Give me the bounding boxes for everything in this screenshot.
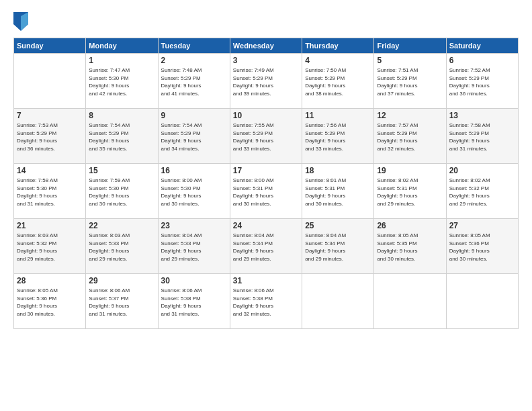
table-row: 12Sunrise: 7:57 AMSunset: 5:29 PMDayligh… [374,109,446,164]
day-info: Sunrise: 7:58 AMSunset: 5:29 PMDaylight:… [449,122,515,152]
day-info: Sunrise: 7:48 AMSunset: 5:29 PMDaylight:… [161,66,227,97]
day-number: 29 [89,276,154,285]
calendar-week-3: 21Sunrise: 8:03 AMSunset: 5:32 PMDayligh… [14,219,519,274]
day-number: 21 [17,221,83,230]
day-info: Sunrise: 7:55 AMSunset: 5:29 PMDaylight:… [233,122,299,152]
day-info: Sunrise: 7:54 AMSunset: 5:29 PMDaylight:… [161,122,227,152]
day-number: 2 [161,56,227,65]
day-number: 14 [17,166,83,175]
table-row: 14Sunrise: 7:58 AMSunset: 5:30 PMDayligh… [14,164,86,219]
day-number: 17 [233,166,299,175]
day-number: 8 [89,111,154,120]
table-row: 9Sunrise: 7:54 AMSunset: 5:29 PMDaylight… [158,109,230,164]
table-row: 15Sunrise: 7:59 AMSunset: 5:30 PMDayligh… [86,164,158,219]
table-row: 8Sunrise: 7:54 AMSunset: 5:29 PMDaylight… [86,109,158,164]
day-number: 16 [161,166,227,175]
day-info: Sunrise: 8:05 AMSunset: 5:36 PMDaylight:… [17,287,83,318]
table-row: 19Sunrise: 8:02 AMSunset: 5:31 PMDayligh… [374,164,446,219]
table-row: 21Sunrise: 8:03 AMSunset: 5:32 PMDayligh… [14,219,86,274]
day-info: Sunrise: 8:04 AMSunset: 5:33 PMDaylight:… [161,232,227,263]
table-row: 5Sunrise: 7:51 AMSunset: 5:29 PMDaylight… [374,54,446,109]
table-row: 22Sunrise: 8:03 AMSunset: 5:33 PMDayligh… [86,219,158,274]
day-info: Sunrise: 8:03 AMSunset: 5:33 PMDaylight:… [89,232,154,263]
weekday-header-row: SundayMondayTuesdayWednesdayThursdayFrid… [14,38,519,54]
calendar-week-1: 7Sunrise: 7:53 AMSunset: 5:29 PMDaylight… [14,109,519,164]
day-number: 15 [89,166,154,175]
day-info: Sunrise: 7:53 AMSunset: 5:29 PMDaylight:… [17,122,83,152]
calendar-week-4: 28Sunrise: 8:05 AMSunset: 5:36 PMDayligh… [14,274,519,329]
day-number: 7 [17,111,83,120]
table-row: 29Sunrise: 8:06 AMSunset: 5:37 PMDayligh… [86,274,158,329]
table-row: 13Sunrise: 7:58 AMSunset: 5:29 PMDayligh… [446,109,518,164]
table-row: 18Sunrise: 8:01 AMSunset: 5:31 PMDayligh… [302,164,374,219]
day-info: Sunrise: 8:05 AMSunset: 5:35 PMDaylight:… [377,232,443,263]
table-row: 23Sunrise: 8:04 AMSunset: 5:33 PMDayligh… [158,219,230,274]
day-info: Sunrise: 7:50 AMSunset: 5:29 PMDaylight:… [305,66,371,97]
weekday-header-wednesday: Wednesday [230,38,302,54]
day-info: Sunrise: 7:49 AMSunset: 5:29 PMDaylight:… [233,66,299,97]
day-number: 13 [449,111,515,120]
calendar-body: 1Sunrise: 7:47 AMSunset: 5:30 PMDaylight… [14,54,519,329]
day-number: 24 [233,221,299,230]
header [13,12,519,31]
day-info: Sunrise: 8:06 AMSunset: 5:38 PMDaylight:… [161,287,227,318]
day-number: 31 [233,276,299,285]
day-number: 12 [377,111,443,120]
day-info: Sunrise: 8:02 AMSunset: 5:31 PMDaylight:… [377,177,443,208]
weekday-header-saturday: Saturday [446,38,518,54]
day-number: 19 [377,166,443,175]
day-number: 20 [449,166,515,175]
table-row: 28Sunrise: 8:05 AMSunset: 5:36 PMDayligh… [14,274,86,329]
day-number: 6 [449,56,515,65]
logo-icon [13,12,28,31]
day-info: Sunrise: 7:51 AMSunset: 5:29 PMDaylight:… [377,66,443,97]
day-info: Sunrise: 8:01 AMSunset: 5:31 PMDaylight:… [305,177,371,208]
calendar-week-0: 1Sunrise: 7:47 AMSunset: 5:30 PMDaylight… [14,54,519,109]
table-row [302,274,374,329]
day-number: 23 [161,221,227,230]
day-info: Sunrise: 8:00 AMSunset: 5:31 PMDaylight:… [233,177,299,208]
table-row [446,274,518,329]
day-info: Sunrise: 8:06 AMSunset: 5:37 PMDaylight:… [89,287,154,318]
day-info: Sunrise: 7:56 AMSunset: 5:29 PMDaylight:… [305,122,371,152]
table-row: 27Sunrise: 8:05 AMSunset: 5:36 PMDayligh… [446,219,518,274]
day-number: 3 [233,56,299,65]
day-number: 4 [305,56,371,65]
table-row [14,54,86,109]
page: SundayMondayTuesdayWednesdayThursdayFrid… [0,0,532,411]
calendar: SundayMondayTuesdayWednesdayThursdayFrid… [13,38,519,329]
table-row: 1Sunrise: 7:47 AMSunset: 5:30 PMDaylight… [86,54,158,109]
day-number: 11 [305,111,371,120]
table-row: 6Sunrise: 7:52 AMSunset: 5:29 PMDaylight… [446,54,518,109]
day-number: 9 [161,111,227,120]
table-row: 2Sunrise: 7:48 AMSunset: 5:29 PMDaylight… [158,54,230,109]
calendar-week-2: 14Sunrise: 7:58 AMSunset: 5:30 PMDayligh… [14,164,519,219]
day-number: 28 [17,276,83,285]
table-row: 30Sunrise: 8:06 AMSunset: 5:38 PMDayligh… [158,274,230,329]
day-number: 10 [233,111,299,120]
table-row: 26Sunrise: 8:05 AMSunset: 5:35 PMDayligh… [374,219,446,274]
table-row: 25Sunrise: 8:04 AMSunset: 5:34 PMDayligh… [302,219,374,274]
day-info: Sunrise: 7:58 AMSunset: 5:30 PMDaylight:… [17,177,83,208]
table-row: 17Sunrise: 8:00 AMSunset: 5:31 PMDayligh… [230,164,302,219]
day-info: Sunrise: 8:00 AMSunset: 5:30 PMDaylight:… [161,177,227,208]
table-row [374,274,446,329]
table-row: 31Sunrise: 8:06 AMSunset: 5:38 PMDayligh… [230,274,302,329]
day-info: Sunrise: 7:47 AMSunset: 5:30 PMDaylight:… [89,66,154,97]
weekday-header-sunday: Sunday [14,38,86,54]
day-number: 26 [377,221,443,230]
day-number: 18 [305,166,371,175]
day-number: 22 [89,221,154,230]
weekday-header-tuesday: Tuesday [158,38,230,54]
table-row: 24Sunrise: 8:04 AMSunset: 5:34 PMDayligh… [230,219,302,274]
table-row: 11Sunrise: 7:56 AMSunset: 5:29 PMDayligh… [302,109,374,164]
day-number: 30 [161,276,227,285]
day-number: 1 [89,56,154,65]
day-info: Sunrise: 8:04 AMSunset: 5:34 PMDaylight:… [305,232,371,263]
table-row: 7Sunrise: 7:53 AMSunset: 5:29 PMDaylight… [14,109,86,164]
table-row: 4Sunrise: 7:50 AMSunset: 5:29 PMDaylight… [302,54,374,109]
logo [13,12,31,31]
calendar-header: SundayMondayTuesdayWednesdayThursdayFrid… [14,38,519,54]
weekday-header-monday: Monday [86,38,158,54]
day-info: Sunrise: 7:57 AMSunset: 5:29 PMDaylight:… [377,122,443,152]
